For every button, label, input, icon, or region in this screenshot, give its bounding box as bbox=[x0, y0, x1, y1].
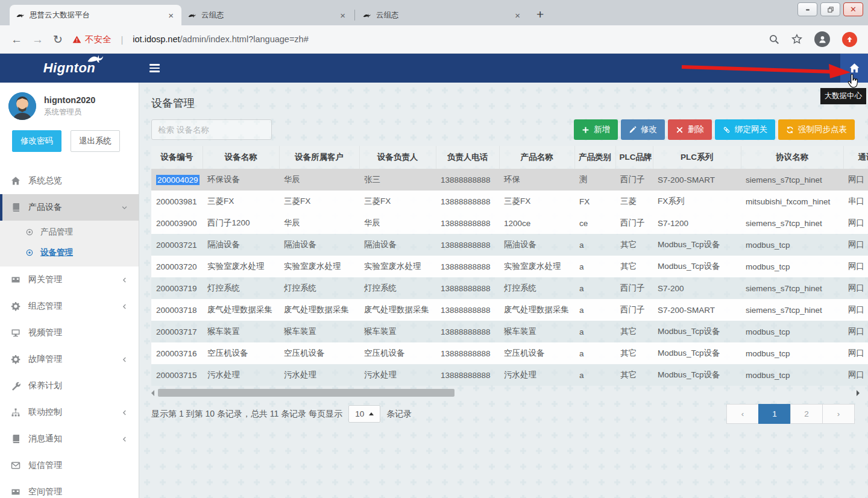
cell[interactable]: 西门子 bbox=[615, 212, 653, 234]
cell[interactable]: 西门子 bbox=[615, 169, 653, 191]
cell[interactable]: 其它 bbox=[615, 364, 653, 386]
cell[interactable]: modbus_tcp bbox=[741, 364, 843, 386]
cell[interactable]: 1200ce bbox=[499, 212, 574, 234]
toolbar-button-3[interactable]: 绑定网关 bbox=[715, 119, 775, 140]
sidebar-item-2[interactable]: 网关管理 bbox=[0, 266, 139, 293]
table-row-1[interactable]: 200003981三菱FX三菱FX三菱FX13888888888三菱FXFX三菱… bbox=[151, 191, 868, 212]
cell[interactable]: 隔油设备 bbox=[499, 234, 574, 256]
search-input[interactable] bbox=[151, 119, 272, 140]
tab-close-icon[interactable]: × bbox=[338, 10, 347, 20]
cell[interactable]: 西门子 bbox=[615, 299, 653, 321]
cell[interactable]: 200003715 bbox=[151, 364, 203, 386]
cell[interactable]: 网口 bbox=[843, 234, 868, 256]
logout-button[interactable]: 退出系统 bbox=[71, 130, 120, 152]
table-row-2[interactable]: 200003900西门子1200华辰华辰138888888881200cece西… bbox=[151, 212, 868, 234]
cell[interactable]: 13888888888 bbox=[436, 299, 499, 321]
cell[interactable]: 废气处理数据采集 bbox=[279, 299, 359, 321]
cell[interactable]: 网口 bbox=[843, 169, 868, 191]
cell[interactable]: 污水处理 bbox=[359, 364, 436, 386]
sidebar-item-4[interactable]: 视频管理 bbox=[0, 320, 139, 346]
cell[interactable]: 空压机设备 bbox=[499, 342, 574, 364]
cell[interactable]: 隔油设备 bbox=[359, 234, 436, 256]
column-header-1[interactable]: 设备名称 bbox=[203, 146, 279, 169]
cell[interactable]: 其它 bbox=[615, 256, 653, 277]
tab-close-icon[interactable]: × bbox=[513, 10, 522, 20]
profile-icon[interactable] bbox=[814, 31, 830, 47]
cell[interactable]: 200003721 bbox=[151, 234, 203, 256]
browser-tab-2[interactable]: 云组态× bbox=[356, 5, 528, 25]
cell[interactable]: 网口 bbox=[843, 342, 868, 364]
cell[interactable]: 测 bbox=[574, 169, 615, 191]
sidebar-item-9[interactable]: 短信管理 bbox=[0, 452, 139, 479]
pagination-button-0[interactable]: ‹ bbox=[726, 404, 759, 424]
menu-toggle-icon[interactable] bbox=[139, 54, 170, 83]
browser-tab-1[interactable]: 云组态× bbox=[181, 5, 353, 25]
cell[interactable]: 空压机设备 bbox=[203, 342, 279, 364]
cell[interactable]: 网口 bbox=[843, 364, 868, 386]
cell[interactable]: 猴车装置 bbox=[279, 321, 359, 342]
security-warning[interactable]: 不安全 bbox=[72, 34, 112, 45]
table-row-7[interactable]: 200003717猴车装置猴车装置猴车装置13888888888猴车装置a其它M… bbox=[151, 321, 868, 342]
page-size-select[interactable]: 10 bbox=[348, 405, 380, 423]
cell[interactable]: 串口 bbox=[843, 191, 868, 212]
sidebar-subitem-1-1[interactable]: 设备管理 bbox=[0, 242, 139, 263]
cell[interactable]: 13888888888 bbox=[436, 234, 499, 256]
cell[interactable]: a bbox=[574, 256, 615, 277]
cell[interactable]: 200003981 bbox=[151, 191, 203, 212]
scroll-right-icon[interactable] bbox=[857, 390, 860, 396]
tab-close-icon[interactable]: × bbox=[166, 10, 175, 20]
sidebar-item-6[interactable]: 保养计划 bbox=[0, 373, 139, 399]
cell[interactable]: 灯控系统 bbox=[203, 277, 279, 299]
toolbar-button-0[interactable]: 新增 bbox=[574, 119, 618, 140]
bigdata-home-button[interactable] bbox=[840, 54, 868, 83]
cell[interactable]: 三菱FX bbox=[203, 191, 279, 212]
cell[interactable]: 其它 bbox=[615, 342, 653, 364]
close-button[interactable]: ✕ bbox=[843, 2, 863, 16]
cell[interactable]: 200003718 bbox=[151, 299, 203, 321]
cell[interactable]: S7-1200 bbox=[653, 212, 741, 234]
cell[interactable]: 13888888888 bbox=[436, 256, 499, 277]
table-row-8[interactable]: 200003716空压机设备空压机设备空压机设备13888888888空压机设备… bbox=[151, 342, 868, 364]
table-row-5[interactable]: 200003719灯控系统灯控系统灯控系统13888888888灯控系统a西门子… bbox=[151, 277, 868, 299]
cell[interactable]: 猴车装置 bbox=[203, 321, 279, 342]
cell[interactable]: 西门子 bbox=[615, 277, 653, 299]
sidebar-item-1[interactable]: 产品设备 bbox=[0, 194, 139, 221]
cell[interactable]: 华辰 bbox=[279, 212, 359, 234]
cell[interactable]: 13888888888 bbox=[436, 212, 499, 234]
column-header-9[interactable]: 协议名称 bbox=[741, 146, 843, 169]
cell[interactable]: 华辰 bbox=[359, 212, 436, 234]
cell[interactable]: 200003716 bbox=[151, 342, 203, 364]
pagination-button-2[interactable]: 2 bbox=[790, 404, 823, 424]
cell[interactable]: modbus_tcp bbox=[741, 321, 843, 342]
cell[interactable]: 其它 bbox=[615, 321, 653, 342]
cell[interactable]: 隔油设备 bbox=[279, 234, 359, 256]
cell[interactable]: modbus_tcp bbox=[741, 256, 843, 277]
cell[interactable]: FX bbox=[574, 191, 615, 212]
sidebar-item-3[interactable]: 组态管理 bbox=[0, 293, 139, 320]
toolbar-button-2[interactable]: 删除 bbox=[668, 119, 712, 140]
cell[interactable]: modbus_tcp bbox=[741, 342, 843, 364]
cell[interactable]: 13888888888 bbox=[436, 364, 499, 386]
cell[interactable]: 华辰 bbox=[279, 169, 359, 191]
column-header-0[interactable]: 设备编号 bbox=[151, 146, 203, 169]
cell[interactable]: 实验室废水处理 bbox=[499, 256, 574, 277]
cell[interactable]: 废气处理数据采集 bbox=[359, 299, 436, 321]
column-header-10[interactable]: 通讯方式 bbox=[843, 146, 868, 169]
cell[interactable]: 污水处理 bbox=[499, 364, 574, 386]
cell[interactable]: siemens_s7tcp_hinet bbox=[741, 169, 843, 191]
cell[interactable]: 隔油设备 bbox=[203, 234, 279, 256]
cell[interactable]: 猴车装置 bbox=[499, 321, 574, 342]
cell[interactable]: 200003900 bbox=[151, 212, 203, 234]
cell[interactable]: a bbox=[574, 342, 615, 364]
pagination-button-1[interactable]: 1 bbox=[758, 404, 791, 424]
cell[interactable]: S7-200-SMART bbox=[653, 169, 741, 191]
cell[interactable]: Modbus_Tcp设备 bbox=[653, 321, 741, 342]
cell[interactable]: 张三 bbox=[359, 169, 436, 191]
table-row-6[interactable]: 200003718废气处理数据采集废气处理数据采集废气处理数据采集1388888… bbox=[151, 299, 868, 321]
cell[interactable]: 环保 bbox=[499, 169, 574, 191]
cell[interactable]: a bbox=[574, 364, 615, 386]
scrollbar-track[interactable] bbox=[157, 389, 854, 397]
cell[interactable]: 污水处理 bbox=[203, 364, 279, 386]
cell[interactable]: siemens_s7tcp_hinet bbox=[741, 299, 843, 321]
column-header-3[interactable]: 设备负责人 bbox=[359, 146, 436, 169]
